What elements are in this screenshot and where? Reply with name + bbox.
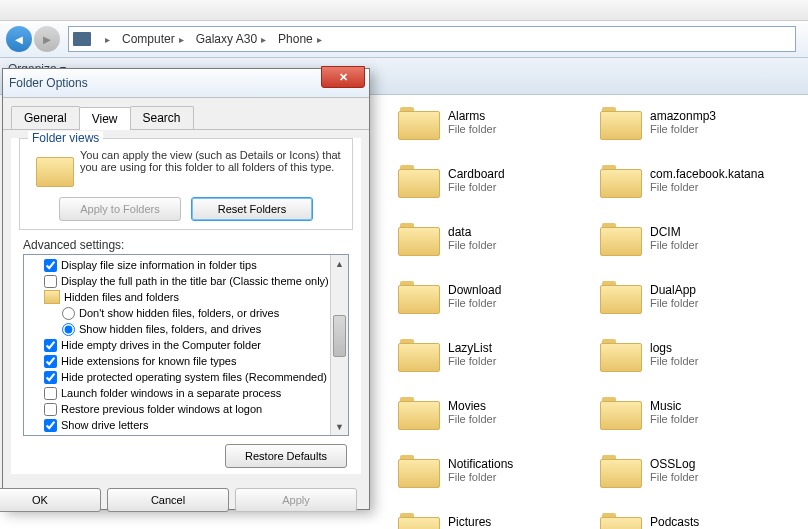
tree-row[interactable]: Don't show hidden files, folders, or dri… bbox=[26, 305, 346, 321]
folder-icon bbox=[600, 394, 642, 430]
back-button[interactable]: ◄ bbox=[6, 26, 32, 52]
checkbox[interactable] bbox=[44, 371, 57, 384]
folder-name: OSSLog bbox=[650, 457, 698, 471]
checkbox[interactable] bbox=[44, 275, 57, 288]
folder-icon bbox=[398, 278, 440, 314]
tree-row[interactable]: Hide protected operating system files (R… bbox=[26, 369, 346, 385]
folder-item[interactable]: NotificationsFile folder bbox=[398, 442, 590, 498]
tree-row[interactable]: Show drive letters bbox=[26, 417, 346, 433]
folder-name: DualApp bbox=[650, 283, 698, 297]
reset-folders-button[interactable]: Reset Folders bbox=[191, 197, 313, 221]
checkbox[interactable] bbox=[44, 259, 57, 272]
folder-item[interactable]: com.facebook.katanaFile folder bbox=[600, 152, 792, 208]
tree-row[interactable]: Hide empty drives in the Computer folder bbox=[26, 337, 346, 353]
folder-item[interactable]: logsFile folder bbox=[600, 326, 792, 382]
folder-icon bbox=[600, 336, 642, 372]
folder-item[interactable]: PodcastsFile folder bbox=[600, 500, 792, 529]
breadcrumb-label: Phone bbox=[278, 32, 313, 46]
group-title: Folder views bbox=[28, 131, 103, 145]
folder-item[interactable]: PicturesFile folder bbox=[398, 500, 590, 529]
folder-name: Cardboard bbox=[448, 167, 505, 181]
tab-general[interactable]: General bbox=[11, 106, 80, 129]
tree-row[interactable]: Show encrypted or compressed NTFS files … bbox=[26, 433, 346, 436]
apply-button[interactable]: Apply bbox=[235, 488, 357, 512]
tree-row[interactable]: Launch folder windows in a separate proc… bbox=[26, 385, 346, 401]
checkbox[interactable] bbox=[44, 355, 57, 368]
tree-label: Hide extensions for known file types bbox=[61, 355, 236, 367]
breadcrumb-segment[interactable]: Galaxy A30 ▸ bbox=[190, 32, 272, 46]
folder-item[interactable]: CardboardFile folder bbox=[398, 152, 590, 208]
checkbox[interactable] bbox=[44, 403, 57, 416]
folder-name: Movies bbox=[448, 399, 496, 413]
tree-row[interactable]: Show hidden files, folders, and drives bbox=[26, 321, 346, 337]
folder-name: amazonmp3 bbox=[650, 109, 716, 123]
breadcrumb-label: Computer bbox=[122, 32, 175, 46]
folder-item[interactable]: DualAppFile folder bbox=[600, 268, 792, 324]
tree-label: Display file size information in folder … bbox=[61, 259, 257, 271]
folder-icon bbox=[398, 104, 440, 140]
ok-button[interactable]: OK bbox=[0, 488, 101, 512]
folder-name: Alarms bbox=[448, 109, 496, 123]
folder-name: logs bbox=[650, 341, 698, 355]
tree-row[interactable]: Restore previous folder windows at logon bbox=[26, 401, 346, 417]
chevron-right-icon: ▸ bbox=[179, 34, 184, 45]
folder-type: File folder bbox=[448, 355, 496, 367]
tab-view[interactable]: View bbox=[79, 107, 131, 130]
checkbox[interactable] bbox=[44, 419, 57, 432]
folder-item[interactable]: MoviesFile folder bbox=[398, 384, 590, 440]
folder-type: File folder bbox=[448, 471, 513, 483]
folder-icon bbox=[398, 162, 440, 198]
checkbox[interactable] bbox=[44, 339, 57, 352]
dialog-titlebar[interactable]: Folder Options ✕ bbox=[3, 69, 369, 98]
breadcrumb-segment[interactable]: Phone ▸ bbox=[272, 32, 328, 46]
scroll-down-icon[interactable]: ▼ bbox=[331, 418, 348, 435]
advanced-settings-label: Advanced settings: bbox=[23, 238, 349, 252]
folder-type: File folder bbox=[448, 413, 496, 425]
breadcrumb-segment[interactable]: ▸ bbox=[95, 34, 116, 45]
folder-name: DCIM bbox=[650, 225, 698, 239]
restore-defaults-button[interactable]: Restore Defaults bbox=[225, 444, 347, 468]
scroll-up-icon[interactable]: ▲ bbox=[331, 255, 348, 272]
breadcrumb-segment[interactable]: Computer ▸ bbox=[116, 32, 190, 46]
folder-type: File folder bbox=[448, 239, 496, 251]
advanced-settings-tree[interactable]: Display file size information in folder … bbox=[23, 254, 349, 436]
tab-search[interactable]: Search bbox=[130, 106, 194, 129]
tree-row[interactable]: Display the full path in the title bar (… bbox=[26, 273, 346, 289]
radio[interactable] bbox=[62, 307, 75, 320]
folder-icon bbox=[398, 336, 440, 372]
chevron-right-icon: ▸ bbox=[261, 34, 266, 45]
view-panel: Folder views You can apply the view (suc… bbox=[11, 138, 361, 474]
tree-label: Launch folder windows in a separate proc… bbox=[61, 387, 281, 399]
tree-row[interactable]: Hide extensions for known file types bbox=[26, 353, 346, 369]
folder-item[interactable]: dataFile folder bbox=[398, 210, 590, 266]
folder-icon bbox=[600, 220, 642, 256]
folder-name: Pictures bbox=[448, 515, 496, 529]
folder-type: File folder bbox=[448, 123, 496, 135]
close-button[interactable]: ✕ bbox=[321, 66, 365, 88]
folder-item[interactable]: LazyListFile folder bbox=[398, 326, 590, 382]
scroll-thumb[interactable] bbox=[333, 315, 346, 357]
tree-label: Hidden files and folders bbox=[64, 291, 179, 303]
folder-item[interactable]: MusicFile folder bbox=[600, 384, 792, 440]
apply-to-folders-button[interactable]: Apply to Folders bbox=[59, 197, 181, 221]
folder-item[interactable]: DCIMFile folder bbox=[600, 210, 792, 266]
address-bar[interactable]: ▸ Computer ▸ Galaxy A30 ▸ Phone ▸ bbox=[68, 26, 796, 52]
tree-row[interactable]: Display file size information in folder … bbox=[26, 257, 346, 273]
tree-row[interactable]: Hidden files and folders bbox=[26, 289, 346, 305]
folder-icon bbox=[600, 510, 642, 529]
folder-name: Notifications bbox=[448, 457, 513, 471]
folder-item[interactable]: DownloadFile folder bbox=[398, 268, 590, 324]
folder-type: File folder bbox=[650, 471, 698, 483]
folder-type: File folder bbox=[650, 297, 698, 309]
folder-item[interactable]: amazonmp3File folder bbox=[600, 94, 792, 150]
folder-item[interactable]: OSSLogFile folder bbox=[600, 442, 792, 498]
scrollbar[interactable]: ▲ ▼ bbox=[330, 255, 348, 435]
folder-icon bbox=[600, 278, 642, 314]
folder-item[interactable]: AlarmsFile folder bbox=[398, 94, 590, 150]
radio[interactable] bbox=[62, 323, 75, 336]
computer-icon bbox=[73, 32, 91, 46]
checkbox[interactable] bbox=[44, 435, 57, 437]
forward-button[interactable]: ► bbox=[34, 26, 60, 52]
cancel-button[interactable]: Cancel bbox=[107, 488, 229, 512]
checkbox[interactable] bbox=[44, 387, 57, 400]
